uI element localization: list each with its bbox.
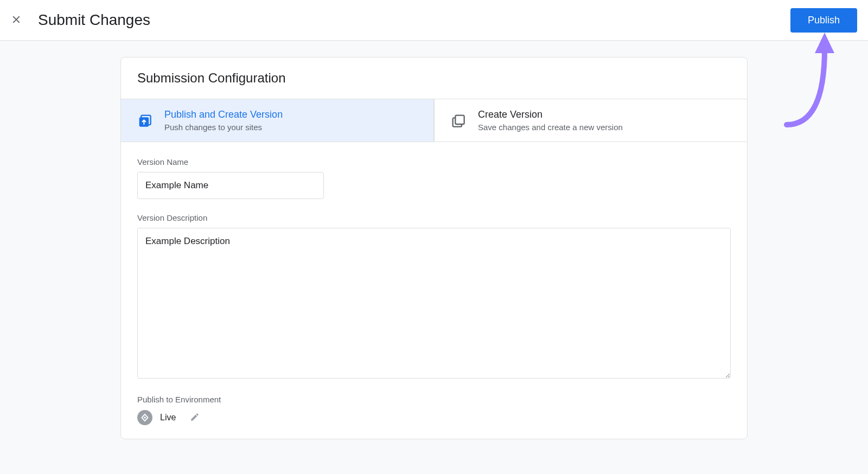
- option-title: Create Version: [478, 109, 623, 120]
- option-title: Publish and Create Version: [164, 109, 283, 120]
- submission-config-card: Submission Configuration Publish and Cre…: [120, 57, 748, 439]
- option-desc: Save changes and create a new version: [478, 123, 623, 132]
- form-area: Version Name Version Description Publish…: [121, 142, 747, 439]
- option-desc: Push changes to your sites: [164, 123, 283, 132]
- pencil-icon: [190, 412, 200, 424]
- version-description-label: Version Description: [137, 213, 731, 222]
- card-header: Submission Configuration: [121, 57, 747, 99]
- publish-environment-label: Publish to Environment: [137, 395, 731, 404]
- submission-options: Publish and Create Version Push changes …: [121, 99, 747, 142]
- card-title: Submission Configuration: [137, 71, 731, 86]
- version-name-label: Version Name: [137, 157, 731, 166]
- option-text: Create Version Save changes and create a…: [478, 109, 623, 132]
- environment-row: Live: [137, 409, 731, 426]
- close-button[interactable]: [5, 9, 27, 31]
- dialog-header: Submit Changes Publish: [0, 0, 868, 41]
- option-text: Publish and Create Version Push changes …: [164, 109, 283, 132]
- environment-name: Live: [160, 413, 176, 422]
- svg-rect-3: [455, 116, 464, 124]
- option-publish-and-create-version[interactable]: Publish and Create Version Push changes …: [121, 99, 434, 142]
- body-area: Submission Configuration Publish and Cre…: [0, 41, 868, 474]
- publish-upload-icon: [136, 113, 152, 128]
- environment-live-icon: [137, 410, 152, 425]
- publish-button[interactable]: Publish: [790, 8, 857, 33]
- page-title: Submit Changes: [38, 11, 790, 29]
- option-create-version[interactable]: Create Version Save changes and create a…: [434, 99, 747, 142]
- close-icon: [10, 14, 22, 27]
- edit-environment-button[interactable]: [187, 409, 203, 426]
- version-description-input[interactable]: [137, 228, 731, 379]
- version-name-input[interactable]: [137, 172, 324, 199]
- create-version-icon: [450, 113, 466, 128]
- svg-point-4: [144, 417, 145, 418]
